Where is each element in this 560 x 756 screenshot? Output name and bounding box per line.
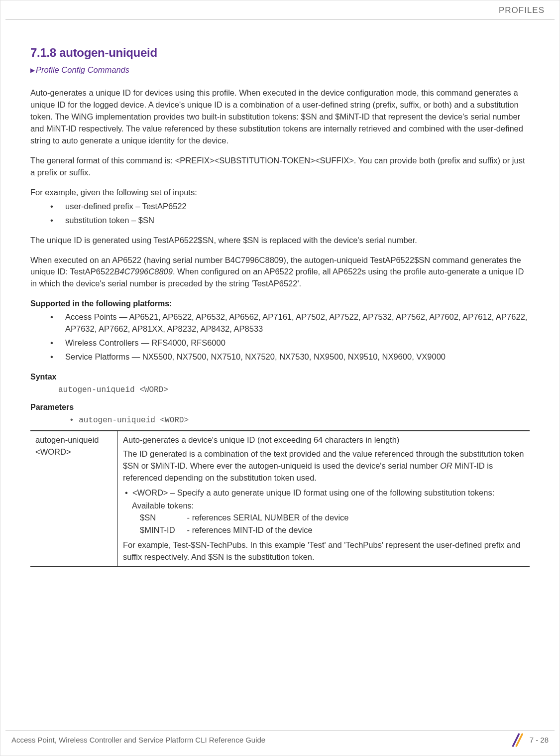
parameters-bullet: • autogen-uniqueid <WORD> <box>30 415 530 426</box>
page-content: 7.1.8 autogen-uniqueid ▶Profile Config C… <box>0 19 560 567</box>
token2-key: $MINT-ID <box>140 524 185 536</box>
list-item: Wireless Controllers — RFS4000, RFS6000 <box>30 337 530 349</box>
arrow-icon: ▶ <box>30 66 35 75</box>
list-item: substitution token – $SN <box>30 215 530 227</box>
syntax-heading: Syntax <box>30 371 530 382</box>
example-intro: For example, given the following set of … <box>30 187 530 199</box>
param-line2-or: OR <box>440 461 452 470</box>
param-name-l1: autogen-uniqueid <box>35 435 99 444</box>
page-header: PROFILES <box>5 0 555 19</box>
token1-key: $SN <box>140 512 185 524</box>
param-word-line: • <WORD> – Specify a auto generate uniqu… <box>123 487 525 499</box>
token1-desc: - references SERIAL NUMBER of the device <box>187 513 349 522</box>
example-detail-serial: B4C7996C8809 <box>114 267 172 276</box>
list-item: user-defined prefix – TestAP6522 <box>30 201 530 213</box>
section-heading: 7.1.8 autogen-uniqueid <box>30 44 530 62</box>
param-name-l2: <WORD> <box>35 447 71 456</box>
breadcrumb-text[interactable]: Profile Config Commands <box>36 65 129 74</box>
list-item: Service Platforms — NX5500, NX7500, NX75… <box>30 351 530 363</box>
syntax-code: autogen-uniqueid <WORD> <box>30 384 530 396</box>
footer-page-number: 7 - 28 <box>530 735 549 746</box>
page-footer: Access Point, Wireless Controller and Se… <box>0 732 560 749</box>
avail-tokens: Available tokens: <box>123 500 525 512</box>
token-row: $MINT-ID - references MINT-ID of the dev… <box>123 524 525 536</box>
example-detail: When executed on an AP6522 (having seria… <box>30 254 530 290</box>
token2-desc: - references MINT-ID of the device <box>187 525 313 534</box>
parameters-table: autogen-uniqueid <WORD> Auto-generates a… <box>30 430 530 567</box>
param-desc-cell: Auto-generates a device's unique ID (not… <box>118 431 530 567</box>
param-line2: The ID generated is a combination of the… <box>123 448 525 484</box>
logo-icon <box>509 732 526 749</box>
format-paragraph: The general format of this command is: <… <box>30 155 530 179</box>
breadcrumb: ▶Profile Config Commands <box>30 64 530 76</box>
supported-list: Access Points — AP6521, AP6522, AP6532, … <box>30 311 530 363</box>
token-row: $SN - references SERIAL NUMBER of the de… <box>123 512 525 524</box>
param-line1: Auto-generates a device's unique ID (not… <box>123 434 525 446</box>
list-item: Access Points — AP6521, AP6522, AP6532, … <box>30 311 530 335</box>
example-result: The unique ID is generated using TestAP6… <box>30 235 530 247</box>
table-row: autogen-uniqueid <WORD> Auto-generates a… <box>30 431 530 567</box>
header-category: PROFILES <box>499 5 545 15</box>
intro-paragraph: Auto-generates a unique ID for devices u… <box>30 87 530 147</box>
supported-heading: Supported in the following platforms: <box>30 298 530 309</box>
footer-guide-title: Access Point, Wireless Controller and Se… <box>11 735 265 746</box>
example-input-list: user-defined prefix – TestAP6522 substit… <box>30 201 530 227</box>
param-name-cell: autogen-uniqueid <WORD> <box>30 431 118 567</box>
footer-right: 7 - 28 <box>509 732 549 749</box>
param-example-line: For example, Test-$SN-TechPubs. In this … <box>123 539 525 563</box>
parameters-heading: Parameters <box>30 401 530 413</box>
